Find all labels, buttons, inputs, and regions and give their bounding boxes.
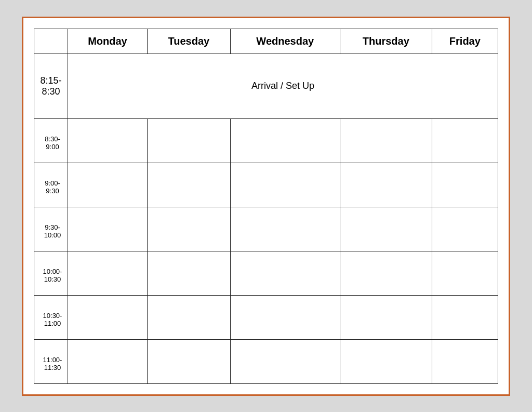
row-900-930: 9:00-9:30 [34, 163, 498, 207]
row-1030-1100: 10:30-11:00 [34, 295, 498, 339]
cell-tue-1030 [147, 295, 230, 339]
cell-thu-1100 [340, 339, 432, 383]
cell-mon-1030 [68, 295, 148, 339]
arrival-cell: Arrival / Set Up [68, 54, 498, 118]
time-1030-1100: 10:30-11:00 [34, 295, 68, 339]
cell-tue-930 [147, 207, 230, 251]
cell-fri-900 [432, 163, 498, 207]
cell-fri-1100 [432, 339, 498, 383]
time-1000-1030: 10:00-10:30 [34, 251, 68, 295]
cell-thu-1000 [340, 251, 432, 295]
time-830-900: 8:30-9:00 [34, 118, 68, 163]
cell-thu-900 [340, 163, 432, 207]
cell-tue-1100 [147, 339, 230, 383]
cell-thu-930 [340, 207, 432, 251]
cell-wed-830 [230, 118, 340, 163]
cell-fri-830 [432, 118, 498, 163]
cell-mon-900 [68, 163, 148, 207]
cell-fri-1000 [432, 251, 498, 295]
cell-mon-1000 [68, 251, 148, 295]
cell-wed-1000 [230, 251, 340, 295]
header-monday: Monday [68, 29, 148, 54]
arrival-row: 8:15-8:30 Arrival / Set Up [34, 54, 498, 118]
page: Monday Tuesday Wednesday Thursday Friday… [22, 17, 510, 396]
header-thursday: Thursday [340, 29, 432, 54]
cell-fri-1030 [432, 295, 498, 339]
time-815-830: 8:15-8:30 [34, 54, 68, 118]
header-time-cell [34, 29, 68, 54]
cell-mon-930 [68, 207, 148, 251]
schedule-table: Monday Tuesday Wednesday Thursday Friday… [34, 29, 498, 384]
cell-thu-1030 [340, 295, 432, 339]
header-friday: Friday [432, 29, 498, 54]
header-row: Monday Tuesday Wednesday Thursday Friday [34, 29, 498, 54]
cell-mon-1100 [68, 339, 148, 383]
cell-fri-930 [432, 207, 498, 251]
cell-thu-830 [340, 118, 432, 163]
cell-wed-1030 [230, 295, 340, 339]
cell-wed-900 [230, 163, 340, 207]
cell-tue-830 [147, 118, 230, 163]
time-1100-1130: 11:00-11:30 [34, 339, 68, 383]
cell-wed-930 [230, 207, 340, 251]
header-wednesday: Wednesday [230, 29, 340, 54]
cell-wed-1100 [230, 339, 340, 383]
cell-tue-900 [147, 163, 230, 207]
header-tuesday: Tuesday [147, 29, 230, 54]
row-1100-1130: 11:00-11:30 [34, 339, 498, 383]
row-1000-1030: 10:00-10:30 [34, 251, 498, 295]
cell-tue-1000 [147, 251, 230, 295]
time-900-930: 9:00-9:30 [34, 163, 68, 207]
row-930-1000: 9:30-10:00 [34, 207, 498, 251]
time-930-1000: 9:30-10:00 [34, 207, 68, 251]
row-830-900: 8:30-9:00 [34, 118, 498, 163]
cell-mon-830 [68, 118, 148, 163]
